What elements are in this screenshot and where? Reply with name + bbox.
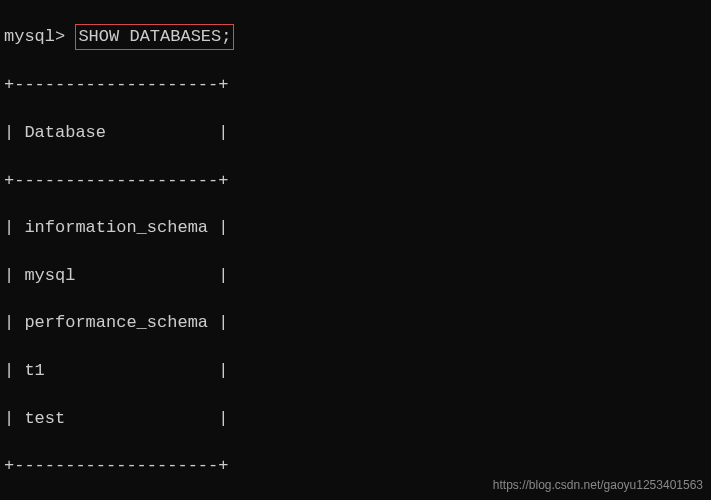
table-row: | t1 | [4, 359, 707, 383]
table-border: +--------------------+ [4, 454, 707, 478]
highlighted-command-1: SHOW DATABASES; [75, 24, 234, 50]
table-row: | test | [4, 407, 707, 431]
terminal-output: mysql> SHOW DATABASES; +----------------… [0, 0, 711, 500]
cmd-line-1: mysql> SHOW DATABASES; [4, 24, 707, 50]
table-row: | performance_schema | [4, 311, 707, 335]
table-row: | mysql | [4, 264, 707, 288]
table-border: +--------------------+ [4, 73, 707, 97]
watermark-text: https://blog.csdn.net/gaoyu1253401563 [493, 477, 703, 494]
table-border: +--------------------+ [4, 169, 707, 193]
table-header: | Database | [4, 121, 707, 145]
mysql-prompt: mysql> [4, 27, 65, 46]
table-row: | information_schema | [4, 216, 707, 240]
